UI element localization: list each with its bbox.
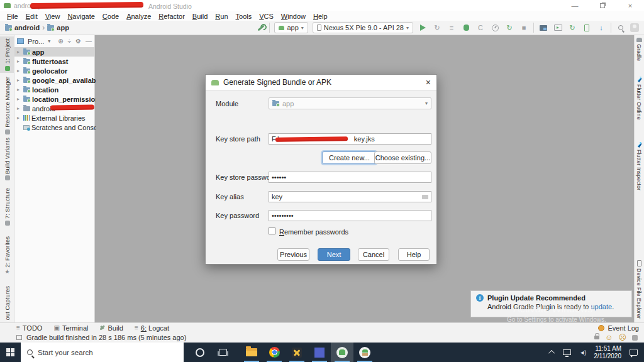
expand-arrow-icon[interactable]: ▸ [17,106,21,111]
chrome-button[interactable] [263,343,286,362]
breadcrumb-android[interactable]: android [14,24,40,31]
menu-window[interactable]: Window [277,13,309,20]
status-message[interactable]: Gradle build finished in 28 s 186 ms (5 … [26,334,186,341]
file-explorer-button[interactable] [240,343,263,362]
attach-debugger-button[interactable]: C [475,23,486,33]
vscode-button[interactable] [308,343,331,362]
tool-tab-gradle[interactable]: Gradle [634,38,644,73]
device-manager-button[interactable] [538,23,548,33]
key-password-field[interactable]: ••••••••• [269,210,431,221]
previous-button[interactable]: Previous [277,248,309,261]
tree-item-fluttertoast[interactable]: ▸ fluttertoast [14,57,94,66]
menu-analyze[interactable]: Analyze [123,13,155,20]
tree-item-location[interactable]: ▸ location [14,85,94,94]
expand-arrow-icon[interactable]: ▸ [17,96,21,102]
sync-project-button[interactable]: ↻ [567,23,577,33]
choose-existing-button[interactable]: Choose existing... [374,151,431,164]
android-studio-taskbar-button[interactable] [331,343,353,362]
menu-help[interactable]: Help [309,13,331,20]
emulator-button[interactable] [353,343,376,362]
expand-arrow-icon[interactable]: ▸ [17,68,21,74]
volume-icon[interactable]: ◄) [579,349,586,356]
menu-edit[interactable]: Edit [22,13,42,20]
tray-expand-icon[interactable] [548,350,555,356]
minimize-button[interactable]: — [561,0,589,11]
expand-arrow-icon[interactable]: ▸ [17,87,21,92]
expand-arrow-icon[interactable]: ▸ [17,115,21,121]
expand-arrow-icon[interactable]: ▸ [17,77,21,83]
tree-item-geolocator[interactable]: ▸ geolocator [14,66,94,75]
debug-button[interactable] [461,23,471,33]
sad-feedback-icon[interactable]: ☹ [618,334,626,341]
tool-tab-device-file-explorer[interactable]: Device File Explorer [634,260,644,322]
rerun-button[interactable]: ↻ [432,23,442,33]
tool-tab-resource-manager[interactable]: Resource Manager [0,75,14,136]
update-link[interactable]: update [591,303,612,310]
plugin-update-notification[interactable]: i Plugin Update Recommended Android Grad… [470,290,632,317]
dev-tool-button[interactable] [286,343,308,362]
run-config-dropdown[interactable]: app ▾ [274,22,308,33]
action-center-icon[interactable] [630,349,638,356]
menu-tools[interactable]: Tools [232,13,256,20]
apply-changes-button[interactable]: ≡ [447,23,457,33]
key-alias-field[interactable]: key [269,191,431,202]
hide-panel-icon[interactable]: — [86,38,92,45]
tool-tab-flutter-outline[interactable]: Flutter Outline [634,77,644,134]
tool-tab-favorites[interactable]: 2: Favorites ★ [0,235,14,275]
event-log-button[interactable]: Event Log [598,324,639,332]
task-view-button[interactable] [211,343,234,362]
menu-file[interactable]: File [3,13,22,20]
taskbar-search[interactable] [21,343,184,362]
close-button[interactable]: × [616,0,644,11]
tool-tab-captures[interactable]: out Captures [0,284,14,322]
gear-icon[interactable]: ⚙ [75,38,81,45]
restore-button[interactable] [589,0,616,11]
tool-tab-project[interactable]: 1: Project [0,36,14,73]
run-button[interactable] [418,23,428,33]
menu-build[interactable]: Build [189,13,211,20]
tree-item-location-permissions[interactable]: ▸ location_permissions [14,94,94,104]
tree-item-external-libraries[interactable]: ▸ External Libraries [14,113,94,123]
sync-gradle-button[interactable]: ↻ [504,23,514,33]
key-store-path-field[interactable]: F:\ key.jks [269,133,431,145]
search-input[interactable] [38,349,164,356]
menu-refactor[interactable]: Refactor [155,13,189,20]
menu-vcs[interactable]: VCS [255,13,277,20]
profile-avatar[interactable] [630,23,639,32]
menu-navigate[interactable]: Navigate [64,13,98,20]
tool-tab-structure[interactable]: 7: Structure [0,186,14,228]
expand-arrow-icon[interactable]: ▸ [17,58,21,64]
menu-view[interactable]: View [42,13,64,20]
wrench-icon[interactable] [258,25,265,31]
tab-terminal[interactable]: ▣ Terminal [53,324,88,332]
menu-run[interactable]: Run [211,13,231,20]
collapse-all-icon[interactable]: ÷ [68,38,72,45]
start-button[interactable] [0,343,21,362]
next-button[interactable]: Next [318,248,350,261]
tool-tab-flutter-inspector[interactable]: Flutter Inspector [634,142,644,204]
cortana-button[interactable] [189,343,211,362]
avd-manager-button[interactable] [553,23,563,33]
tool-tab-build-variants[interactable]: Build Variants [0,134,14,184]
remember-passwords-checkbox[interactable] [269,228,275,234]
taskbar-clock[interactable]: 11:51 AM 2/11/2020 [594,345,621,360]
module-dropdown[interactable]: app ▾ [269,97,431,109]
menu-code[interactable]: Code [99,13,123,20]
search-everywhere-button[interactable] [616,23,626,33]
profiler-button[interactable] [490,23,500,33]
locate-file-icon[interactable]: ⊕ [58,38,63,45]
dialog-title-bar[interactable]: Generate Signed Bundle or APK × [206,75,436,90]
help-button[interactable]: Help [398,248,430,261]
project-view-selector[interactable]: Pro... [28,38,44,45]
network-icon[interactable] [563,349,571,355]
breadcrumb-app[interactable]: app [57,24,69,31]
expand-arrow-icon[interactable]: ▸ [17,49,21,55]
folder-picker-icon[interactable] [422,195,428,199]
tab-todo[interactable]: ≡ TODO [16,324,42,332]
sdk-manager-button[interactable] [582,23,592,33]
tree-item-app[interactable]: ▸ app [14,47,94,57]
cancel-button[interactable]: Cancel [358,248,389,261]
tab-build[interactable]: Build [99,324,123,332]
unlock-icon[interactable] [594,336,599,339]
tree-item-google-api-availability[interactable]: ▸ google_api_availability [14,75,94,85]
